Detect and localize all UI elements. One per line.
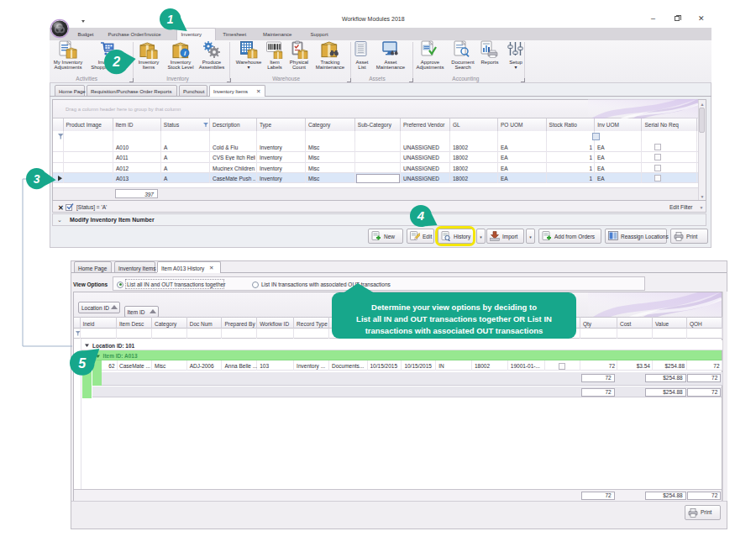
svg-text:3: 3 <box>34 172 40 186</box>
svg-text:2: 2 <box>113 55 121 70</box>
svg-text:5: 5 <box>79 355 87 370</box>
svg-text:1: 1 <box>167 12 174 25</box>
svg-text:4: 4 <box>416 208 424 223</box>
